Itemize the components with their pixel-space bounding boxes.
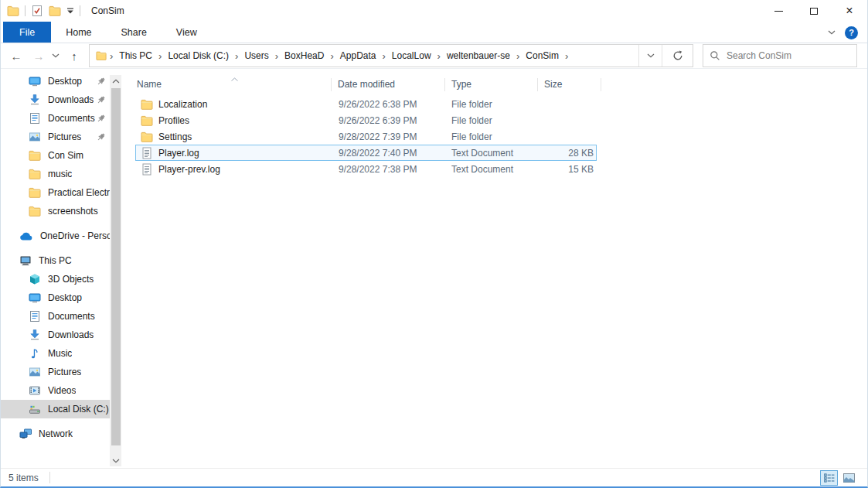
sort-ascending-icon <box>231 72 238 85</box>
address-bar[interactable]: ›This PC›Local Disk (C:)›Users›BoxHeaD›A… <box>89 44 693 67</box>
sidebar-item-network[interactable]: Network <box>1 425 110 443</box>
sidebar-item-desktop[interactable]: Desktop <box>1 72 110 90</box>
breadcrumb-item-this-pc[interactable]: This PC <box>114 50 157 61</box>
sidebar-item-downloads[interactable]: Downloads <box>1 90 110 109</box>
sidebar-item-con-sim[interactable]: Con Sim <box>1 146 110 165</box>
sidebar-item-pictures[interactable]: Pictures <box>1 363 110 381</box>
documents-icon <box>29 310 41 322</box>
refresh-button[interactable] <box>662 45 693 67</box>
scroll-up-arrow-icon[interactable] <box>110 75 121 87</box>
sidebar-item-documents[interactable]: Documents <box>1 109 110 128</box>
breadcrumb-folder-icon <box>96 50 107 61</box>
breadcrumb-separator-icon: › <box>563 51 570 61</box>
file-name-cell: Player-prev.log <box>136 163 332 176</box>
type-cell: Text Document <box>445 164 538 175</box>
breadcrumb-separator-icon: › <box>381 51 387 61</box>
sidebar-item-pictures[interactable]: Pictures <box>1 128 110 146</box>
tab-file[interactable]: File <box>3 22 51 43</box>
file-row-player-log[interactable]: Player.log9/28/2022 7:40 PMText Document… <box>135 145 597 161</box>
separator <box>25 5 26 16</box>
tab-home[interactable]: Home <box>51 22 106 43</box>
column-header-size[interactable]: Size <box>538 78 601 91</box>
breadcrumb-separator-icon: › <box>108 51 114 61</box>
maximize-button[interactable] <box>796 0 832 22</box>
file-rows: Localization9/26/2022 6:38 PMFile folder… <box>121 96 867 177</box>
file-row-localization[interactable]: Localization9/26/2022 6:38 PMFile folder <box>135 96 597 112</box>
file-row-player-prev-log[interactable]: Player-prev.log9/28/2022 7:38 PMText Doc… <box>135 161 597 177</box>
separator <box>49 472 50 483</box>
folder-icon <box>141 98 153 111</box>
scroll-down-arrow-icon[interactable] <box>110 455 121 466</box>
sidebar-item-music[interactable]: music <box>1 165 110 183</box>
folder-icon <box>141 131 153 143</box>
search-icon <box>710 50 720 61</box>
column-header-label: Name <box>137 79 162 90</box>
sidebar-item-music[interactable]: Music <box>1 344 110 363</box>
new-folder-icon[interactable] <box>49 5 61 17</box>
sidebar-item-3d-objects[interactable]: 3D Objects <box>1 270 110 288</box>
desktop-icon <box>29 292 41 304</box>
sidebar-item-practical-electronics[interactable]: Practical Electronics <box>1 183 110 202</box>
close-button[interactable]: × <box>832 0 867 22</box>
thumbnails-view-button[interactable] <box>840 470 858 486</box>
breadcrumb-item-boxhead[interactable]: BoxHeaD <box>280 50 328 61</box>
breadcrumb-item-consim[interactable]: ConSim <box>521 50 563 61</box>
sidebar-item-local-disk-c[interactable]: Local Disk (C:) <box>1 400 110 418</box>
column-header-type[interactable]: Type <box>445 78 538 91</box>
sidebar-item-this-pc[interactable]: This PC <box>1 251 110 270</box>
folder-icon <box>29 186 41 199</box>
tab-view[interactable]: View <box>162 22 212 43</box>
sidebar-item-downloads[interactable]: Downloads <box>1 326 110 344</box>
expand-ribbon-chevron-icon[interactable] <box>828 30 836 35</box>
column-headers: NameDate modifiedTypeSize <box>135 75 867 94</box>
file-row-profiles[interactable]: Profiles9/26/2022 6:39 PMFile folder <box>135 112 597 128</box>
file-name-cell: Localization <box>136 98 332 111</box>
recent-locations-chevron-icon[interactable] <box>49 44 63 67</box>
file-list: NameDate modifiedTypeSize Localization9/… <box>121 69 867 468</box>
tab-share[interactable]: Share <box>107 22 162 43</box>
file-row-settings[interactable]: Settings9/28/2022 7:39 PMFile folder <box>135 128 597 145</box>
sidebar-item-onedrive-personal[interactable]: OneDrive - Personal <box>1 227 110 245</box>
type-cell: Text Document <box>445 148 538 159</box>
sidebar-item-label: Desktop <box>48 76 82 87</box>
search-input[interactable] <box>727 50 850 61</box>
breadcrumb-item-weltenbauer-se[interactable]: weltenbauer-se <box>442 50 515 61</box>
titlebar: ConSim × <box>1 0 867 22</box>
sidebar-scrollbar[interactable] <box>110 75 121 466</box>
column-header-name[interactable]: Name <box>135 78 332 91</box>
search-box[interactable] <box>703 44 857 67</box>
address-dropdown-chevron-icon[interactable] <box>638 45 662 67</box>
customize-qat-chevron-icon[interactable] <box>66 8 74 14</box>
scrollbar-thumb[interactable] <box>111 88 121 445</box>
sidebar-section-gap <box>1 418 110 425</box>
details-view-button[interactable] <box>820 470 838 486</box>
file-name-label: Settings <box>158 131 192 142</box>
breadcrumb-item-users[interactable]: Users <box>240 50 273 61</box>
main-area: DesktopDownloadsDocumentsPicturesCon Sim… <box>1 69 867 468</box>
breadcrumb-item-locallow[interactable]: LocalLow <box>387 50 436 61</box>
column-header-date-modified[interactable]: Date modified <box>332 78 445 91</box>
onedrive-icon <box>19 231 33 241</box>
back-button[interactable]: ← <box>4 44 29 67</box>
file-name-label: Localization <box>158 99 207 110</box>
minimize-button[interactable] <box>761 0 796 22</box>
help-button[interactable]: ? <box>845 26 858 39</box>
sidebar-item-documents[interactable]: Documents <box>1 307 110 326</box>
sidebar-item-desktop[interactable]: Desktop <box>1 288 110 307</box>
sidebar-item-videos[interactable]: Videos <box>1 381 110 400</box>
sidebar-item-label: Practical Electronics <box>48 187 110 198</box>
navigation-bar: ← → ↑ ›This PC›Local Disk (C:)›Users›Box… <box>1 43 867 69</box>
breadcrumb-item-appdata[interactable]: AppData <box>335 50 381 61</box>
column-header-label: Type <box>451 79 471 90</box>
sidebar-item-label: Documents <box>48 113 95 124</box>
breadcrumb-separator-icon: › <box>274 51 280 61</box>
breadcrumb-item-local-disk-c[interactable]: Local Disk (C:) <box>163 50 233 61</box>
forward-button[interactable]: → <box>29 44 49 67</box>
sidebar-item-screenshots[interactable]: screenshots <box>1 202 110 220</box>
item-count: 5 items <box>9 473 39 483</box>
folder-icon <box>29 149 41 162</box>
up-button[interactable]: ↑ <box>63 44 86 67</box>
ribbon-right: ? <box>828 22 858 43</box>
properties-check-icon[interactable] <box>31 5 43 17</box>
pin-icon <box>96 95 110 105</box>
